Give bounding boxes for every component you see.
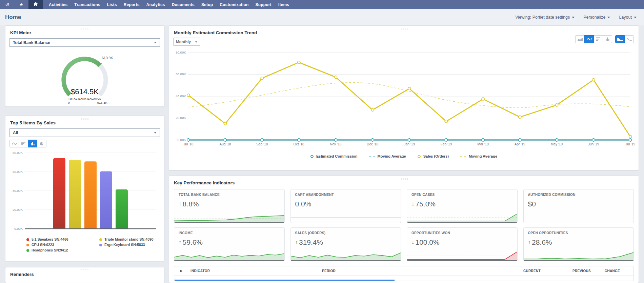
column-header-change[interactable]: CHANGE bbox=[593, 269, 633, 273]
portlet-drag-handle[interactable] bbox=[400, 27, 408, 29]
legend-item: Moving Average bbox=[460, 154, 497, 158]
arrow-up-icon: ↑ bbox=[179, 201, 182, 207]
smooth-line-button[interactable] bbox=[624, 35, 634, 43]
line-chart-icon bbox=[12, 142, 17, 145]
arrow-down-icon: ↓ bbox=[411, 239, 415, 246]
svg-text:60.00K: 60.00K bbox=[176, 73, 186, 76]
arrow-up-icon: ↑ bbox=[179, 239, 182, 246]
trend-period-select[interactable]: Monthly bbox=[173, 38, 200, 46]
legend-marker bbox=[310, 155, 314, 158]
area-chart-icon bbox=[578, 37, 583, 41]
kpi-label: SALES (ORDERS) bbox=[295, 231, 397, 235]
smooth-line-icon bbox=[626, 37, 632, 41]
chevron-down-icon bbox=[154, 132, 157, 134]
kpi-label: OPPORTUNITIES WON bbox=[411, 231, 513, 235]
nav-item-items[interactable]: Items bbox=[275, 0, 293, 9]
kpi-portlet: Key Performance Indicators TOTAL BANK BA… bbox=[169, 176, 639, 283]
viewing-dropdown[interactable]: Viewing: Portlet date settings bbox=[515, 15, 575, 20]
portlet-drag-handle[interactable] bbox=[81, 269, 89, 271]
vbar-chart-button[interactable] bbox=[28, 140, 37, 147]
kpi-tile[interactable]: OPPORTUNITIES WON ↓100.0% bbox=[407, 227, 518, 261]
legend-dash bbox=[460, 156, 466, 157]
hbar-chart-button[interactable] bbox=[19, 140, 28, 147]
legend-marker bbox=[418, 155, 421, 158]
hbar-chart-button[interactable] bbox=[593, 35, 603, 43]
kpi-meter-select[interactable]: Total Bank Balance bbox=[9, 38, 160, 47]
recent-records-button[interactable]: ↺ bbox=[0, 0, 14, 9]
svg-text:Jul '19: Jul '19 bbox=[625, 142, 635, 146]
svg-text:610.9K: 610.9K bbox=[102, 56, 113, 60]
kpi-label: TOTAL BANK BALANCE bbox=[179, 193, 280, 197]
svg-text:0: 0 bbox=[68, 101, 70, 104]
hbar-chart-icon bbox=[596, 37, 601, 41]
kpi-tile[interactable]: OPEN OPPORTUNITIES ↑28.6% bbox=[523, 227, 634, 261]
expand-arrow-icon[interactable]: ▶ bbox=[174, 269, 188, 272]
star-icon: ★ bbox=[19, 2, 23, 7]
nav-item-customization[interactable]: Customization bbox=[216, 0, 252, 9]
smooth-area-button[interactable] bbox=[615, 35, 625, 43]
svg-text:TOTAL BANK BALANCE: TOTAL BANK BALANCE bbox=[68, 97, 101, 100]
svg-text:40.00K: 40.00K bbox=[13, 189, 23, 193]
nav-item-analytics[interactable]: Analytics bbox=[143, 0, 168, 9]
kpi-label: OPEN CASES bbox=[411, 193, 513, 197]
arrow-down-icon: ↓ bbox=[411, 201, 415, 207]
portlet-drag-handle[interactable] bbox=[81, 27, 89, 29]
area-chart-button[interactable] bbox=[575, 35, 585, 43]
line-chart-button[interactable] bbox=[584, 35, 594, 43]
page-title: Home bbox=[5, 14, 21, 21]
legend-dot bbox=[99, 244, 102, 246]
vbar-chart-button[interactable] bbox=[603, 35, 612, 43]
shortcuts-button[interactable]: ★ bbox=[14, 0, 28, 9]
kpi-table-row[interactable] bbox=[174, 276, 633, 281]
legend-item: Triple Monitor stand SN:4090 bbox=[99, 237, 161, 242]
kpi-label: CART ABANDONMENT bbox=[295, 193, 397, 197]
legend-dot bbox=[26, 249, 29, 252]
nav-item-setup[interactable]: Setup bbox=[198, 0, 216, 9]
pie-chart-icon bbox=[40, 142, 44, 146]
reminders-portlet: Reminders bbox=[5, 267, 164, 283]
kpi-label: AUTHORIZED COMMISSION bbox=[528, 193, 629, 197]
kpi-tile[interactable]: TOTAL BANK BALANCE ↑8.8% bbox=[174, 189, 285, 223]
portlet-drag-handle[interactable] bbox=[81, 118, 89, 120]
chevron-down-icon bbox=[195, 41, 198, 43]
kpi-gauge: 610.9K $614.5K TOTAL BANK BALANCE 0 916.… bbox=[5, 49, 164, 107]
commission-trend-chart: 0.00K20.00K40.00K60.00K80.00KJul '18Aug … bbox=[169, 47, 639, 154]
legend-dot bbox=[26, 244, 29, 246]
kpi-value: ↓75.0% bbox=[411, 200, 513, 208]
kpi-tile[interactable]: SALES (ORDERS) ↑319.4% bbox=[290, 227, 401, 261]
nav-item-reports[interactable]: Reports bbox=[120, 0, 143, 9]
chevron-down-icon bbox=[607, 17, 610, 18]
page-header: Home Viewing: Portlet date settings Pers… bbox=[0, 9, 644, 25]
top5-items-portlet: Top 5 Items By Sales All 0.00K20.00K40.0… bbox=[5, 116, 164, 261]
top5-filter-select[interactable]: All bbox=[9, 128, 160, 137]
svg-text:0.00K: 0.00K bbox=[178, 138, 186, 142]
line-chart-button[interactable] bbox=[9, 140, 19, 147]
kpi-tile[interactable]: OPEN CASES ↓75.0% bbox=[407, 189, 518, 223]
kpi-meter-portlet: KPI Meter Total Bank Balance 610.9K $614… bbox=[5, 25, 164, 107]
kpi-tile[interactable]: AUTHORIZED COMMISSION $0 bbox=[523, 189, 634, 223]
svg-text:40.00K: 40.00K bbox=[176, 94, 186, 98]
pie-chart-button[interactable] bbox=[37, 140, 46, 147]
kpi-tile[interactable]: INCOME ↑59.6% bbox=[174, 227, 285, 261]
column-header-previous[interactable]: PREVIOUS bbox=[543, 269, 593, 273]
column-header-current[interactable]: CURRENT bbox=[492, 269, 543, 273]
svg-text:May '19: May '19 bbox=[551, 142, 563, 146]
nav-item-documents[interactable]: Documents bbox=[168, 0, 198, 9]
nav-item-transactions[interactable]: Transactions bbox=[71, 0, 103, 9]
svg-text:20.00K: 20.00K bbox=[176, 116, 186, 120]
home-button[interactable] bbox=[28, 0, 43, 9]
svg-text:Apr '19: Apr '19 bbox=[515, 142, 525, 146]
chevron-down-icon bbox=[634, 17, 637, 18]
nav-item-activities[interactable]: Activities bbox=[45, 0, 71, 9]
portlet-drag-handle[interactable] bbox=[400, 178, 408, 180]
column-header-period[interactable]: PERIOD bbox=[320, 269, 492, 273]
personalize-dropdown[interactable]: Personalize bbox=[583, 15, 610, 20]
svg-text:Jan '19: Jan '19 bbox=[404, 142, 415, 146]
layout-dropdown[interactable]: Layout bbox=[619, 15, 637, 20]
column-header-indicator[interactable]: INDICATOR bbox=[188, 269, 320, 273]
nav-item-support[interactable]: Support bbox=[252, 0, 275, 9]
trend-legend: Estimated CommissionMoving AverageSales … bbox=[169, 154, 639, 158]
nav-item-lists[interactable]: Lists bbox=[104, 0, 120, 9]
kpi-value: ↑59.6% bbox=[179, 238, 280, 246]
kpi-tile[interactable]: CART ABANDONMENT 0.0% bbox=[290, 189, 401, 223]
